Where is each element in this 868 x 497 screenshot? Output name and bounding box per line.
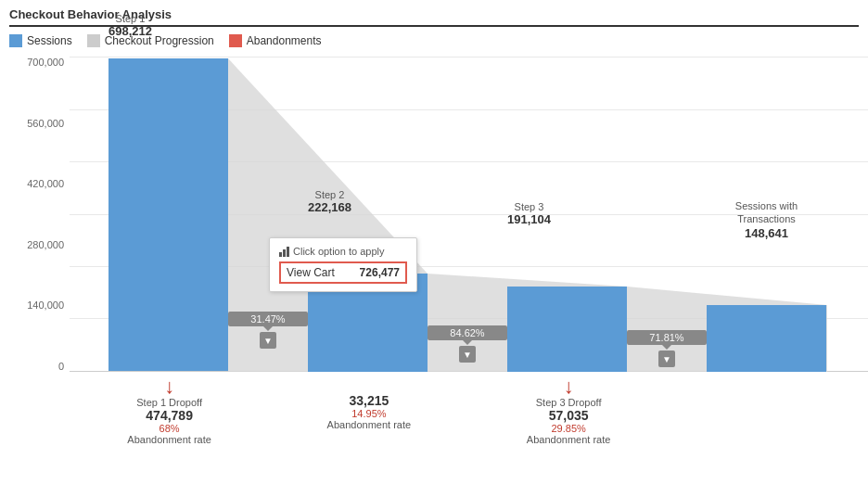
legend-sessions: Sessions [9, 34, 72, 47]
connector-3[interactable]: 71.81% ▼ [627, 330, 707, 367]
y-axis: 700,000 560,000 420,000 280,000 140,000 … [19, 57, 70, 372]
tooltip-header: Click option to apply [279, 246, 407, 257]
dropoff-value-1: 474,789 [70, 408, 269, 423]
dropoff-arrow-1: ↓ [70, 376, 269, 397]
sessions-swatch [9, 34, 22, 47]
pct-badge-2[interactable]: 84.62% [428, 325, 507, 340]
y-label-560k: 560,000 [27, 118, 64, 129]
dropoff-label-1: Step 1 Dropoff [70, 397, 269, 408]
step2-value: 222,168 [308, 200, 351, 214]
dropoff-rate-1: Abandonment rate [70, 434, 269, 445]
dropoff-step3: ↓ Step 3 Dropoff 57,035 29.85% Abandonme… [469, 376, 669, 445]
sessions-label: Sessions [27, 34, 72, 47]
below-chart: ↓ Step 1 Dropoff 474,789 68% Abandonment… [70, 376, 868, 445]
dropoff-value-2: 33,215 [269, 393, 468, 408]
chart-area: 700,000 560,000 420,000 280,000 140,000 … [19, 57, 868, 418]
dropoff-label-3: Step 3 Dropoff [469, 397, 669, 408]
y-label-140k: 140,000 [27, 299, 64, 311]
tooltip-header-text: Click option to apply [293, 246, 384, 257]
page-wrapper: Checkout Behavior Analysis Sessions Chec… [0, 0, 868, 426]
dropoff-arrow-3: ↓ [469, 376, 669, 397]
abandonments-label: Abandonments [247, 34, 322, 47]
dropoff-pct-2: 14.95% [269, 408, 468, 419]
connector-2-dropdown[interactable]: ▼ [459, 346, 476, 363]
pct-badge-1[interactable]: 31.47% [228, 312, 308, 326]
y-label-280k: 280,000 [27, 239, 64, 250]
step3-value: 191,104 [507, 212, 551, 226]
step3-name: Step 3 [507, 201, 551, 212]
connector-1[interactable]: 31.47% ▼ [228, 312, 308, 349]
connector-2[interactable]: 84.62% ▼ [428, 325, 507, 363]
bar-step3[interactable] [507, 287, 627, 372]
dropoff-empty [669, 376, 868, 445]
step1-value: 698,212 [108, 24, 152, 38]
legend-abandonments: Abandonments [229, 34, 322, 47]
pct-badge-3[interactable]: 71.81% [627, 330, 707, 345]
bar-chart-icon [279, 247, 289, 257]
tooltip-value: 726,477 [360, 266, 400, 279]
step2-name: Step 2 [308, 189, 351, 200]
dropoff-rate-3: Abandonment rate [469, 434, 669, 445]
bar-step1[interactable] [108, 58, 228, 371]
y-label-0: 0 [58, 361, 64, 372]
dropoff-value-3: 57,035 [469, 408, 669, 423]
dropoff-pct-3: 29.85% [469, 423, 669, 434]
dropoff-pct-1: 68% [70, 423, 269, 434]
tooltip-row[interactable]: View Cart 726,477 [279, 261, 407, 284]
sessions-txn-value: 148,641 [707, 226, 826, 240]
tooltip-popup: Click option to apply View Cart 726,477 [269, 237, 417, 292]
abandonments-swatch [229, 34, 242, 47]
bar-sessions-txn[interactable] [707, 305, 826, 372]
y-label-700k: 700,000 [27, 57, 64, 68]
y-label-420k: 420,000 [27, 178, 64, 189]
connector-1-dropdown[interactable]: ▼ [260, 332, 276, 349]
connector-3-dropdown[interactable]: ▼ [658, 350, 675, 367]
dropoff-rate-2: Abandonment rate [269, 419, 468, 430]
dropoff-step1: ↓ Step 1 Dropoff 474,789 68% Abandonment… [70, 376, 269, 445]
dropoff-step2: 33,215 14.95% Abandonment rate [269, 376, 468, 445]
step1-name: Step 1 [108, 13, 152, 24]
tooltip-name: View Cart [287, 266, 335, 279]
sessions-txn-name: Sessions with Transactions [707, 199, 826, 226]
progression-swatch [87, 34, 100, 47]
